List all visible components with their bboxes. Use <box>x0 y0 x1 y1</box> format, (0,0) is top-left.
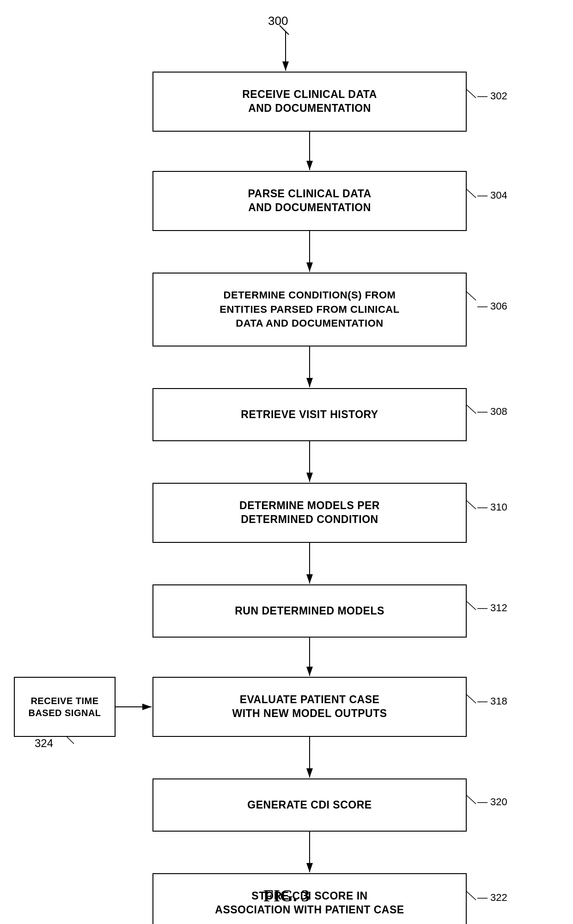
ref-318: — 318 <box>477 695 507 707</box>
diagram-container: 300 RECEIVE CLINICAL DATAAND DOCUMENTATI… <box>0 0 573 924</box>
ref-310: — 310 <box>477 501 507 513</box>
svg-line-14 <box>466 188 476 198</box>
ref-302: — 302 <box>477 90 507 102</box>
ref-324: 324 <box>35 737 53 750</box>
svg-line-15 <box>466 291 476 300</box>
ref-306: — 306 <box>477 300 507 312</box>
ref-320: — 320 <box>477 796 507 808</box>
svg-line-21 <box>466 891 476 900</box>
svg-line-17 <box>466 500 476 509</box>
box-302-label: RECEIVE CLINICAL DATAAND DOCUMENTATION <box>242 88 377 116</box>
box-320-label: GENERATE CDI SCORE <box>247 799 372 811</box>
box-310-label: DETERMINE MODELS PERDETERMINED CONDITION <box>239 499 380 527</box>
ref-322: — 322 <box>477 892 507 904</box>
box-302: RECEIVE CLINICAL DATAAND DOCUMENTATION <box>152 72 467 132</box>
box-310: DETERMINE MODELS PERDETERMINED CONDITION <box>152 483 467 543</box>
svg-line-16 <box>466 404 476 413</box>
figure-label: FIG. 3 <box>263 886 310 906</box>
box-320: GENERATE CDI SCORE <box>152 778 467 832</box>
box-312: RUN DETERMINED MODELS <box>152 584 467 638</box>
box-324: RECEIVE TIMEBASED SIGNAL <box>14 677 116 737</box>
box-304-label: PARSE CLINICAL DATAAND DOCUMENTATION <box>248 187 371 215</box>
box-306: DETERMINE CONDITION(S) FROMENTITIES PARS… <box>152 273 467 346</box>
box-318: EVALUATE PATIENT CASEWITH NEW MODEL OUTP… <box>152 677 467 737</box>
svg-line-13 <box>466 89 476 98</box>
ref-312: — 312 <box>477 602 507 614</box>
ref-300: 300 <box>268 14 288 28</box>
ref-304: — 304 <box>477 189 507 201</box>
svg-line-19 <box>466 694 476 703</box>
box-324-label: RECEIVE TIMEBASED SIGNAL <box>28 695 101 719</box>
box-306-label: DETERMINE CONDITION(S) FROMENTITIES PARS… <box>219 288 399 331</box>
box-318-label: EVALUATE PATIENT CASEWITH NEW MODEL OUTP… <box>232 693 387 721</box>
box-308-label: RETRIEVE VISIT HISTORY <box>241 408 378 421</box>
svg-line-20 <box>466 795 476 804</box>
box-308: RETRIEVE VISIT HISTORY <box>152 388 467 441</box>
ref-308: — 308 <box>477 406 507 418</box>
box-312-label: RUN DETERMINED MODELS <box>235 605 384 617</box>
svg-line-18 <box>466 601 476 610</box>
box-304: PARSE CLINICAL DATAAND DOCUMENTATION <box>152 171 467 231</box>
